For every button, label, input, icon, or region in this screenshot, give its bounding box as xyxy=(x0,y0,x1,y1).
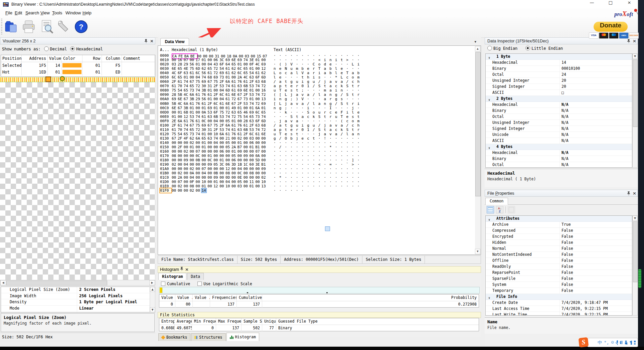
hex-bytes[interactable]: 2F617467756967752F6A6176612F6368 xyxy=(172,79,267,84)
hex-byte[interactable]: 00 xyxy=(244,62,250,66)
hex-byte[interactable]: 00 xyxy=(261,141,267,145)
hex-row[interactable]: 00A0696E673B295601000461726773010013ing;… xyxy=(158,97,481,101)
hex-byte[interactable]: 01 xyxy=(207,154,213,158)
hex-bytes[interactable]: 2E6A6176610C00040005010028636F6D xyxy=(172,119,267,123)
hex-address[interactable]: 0120 xyxy=(160,132,171,136)
hex-byte[interactable]: 61 xyxy=(231,84,237,88)
hex-byte[interactable]: 00 xyxy=(172,171,178,175)
hex-byte[interactable]: 0A xyxy=(201,110,207,115)
hex-byte[interactable]: 05 xyxy=(213,162,219,167)
hex-row[interactable]: 01F0000000020014······ xyxy=(158,188,481,193)
hex-byte[interactable]: 0C xyxy=(201,119,207,123)
checkbox-cumulative[interactable]: Cumulative xyxy=(161,282,190,286)
hex-byte[interactable]: 00 xyxy=(261,149,267,154)
hex-byte[interactable]: 61 xyxy=(231,79,237,84)
hex-address[interactable]: 01B0 xyxy=(160,171,171,175)
hex-byte[interactable]: 00 xyxy=(255,175,261,180)
hex-byte[interactable]: 00 xyxy=(219,119,225,123)
hex-byte[interactable]: 3E xyxy=(255,162,261,167)
hex-byte[interactable]: 67 xyxy=(207,123,213,128)
hex-byte[interactable]: 4C xyxy=(244,75,250,79)
hex-byte[interactable]: 65 xyxy=(207,66,213,71)
hex-row[interactable]: 00F02E6A6176610C00040005010028636F6D.jav… xyxy=(158,119,481,123)
hex-byte[interactable]: 02 xyxy=(184,149,190,154)
hex-byte[interactable]: 01 xyxy=(231,149,237,154)
hex-byte[interactable]: 3B xyxy=(201,88,207,93)
ascii-text[interactable]: ···StackStruTest xyxy=(274,115,363,119)
hex-byte[interactable]: 01 xyxy=(190,145,196,149)
hex-byte[interactable]: 73 xyxy=(244,97,250,101)
hex-byte[interactable]: 4C xyxy=(178,102,184,106)
scroll-up-icon[interactable]: ▲ xyxy=(475,46,480,51)
hex-byte[interactable]: 00 xyxy=(237,119,244,123)
menu-tools[interactable]: Tools xyxy=(51,10,63,16)
hex-byte[interactable]: 00 xyxy=(231,184,237,188)
hex-byte[interactable]: 54 xyxy=(219,66,225,71)
chevron-down-icon[interactable]: ▼ xyxy=(475,40,476,43)
hex-byte[interactable]: 72 xyxy=(231,115,237,119)
hex-byte[interactable]: 72 xyxy=(231,97,237,101)
hex-byte[interactable]: 61 xyxy=(231,88,237,93)
hex-byte[interactable]: 69 xyxy=(207,106,213,110)
hex-row[interactable]: 01002F617467756967752F6A6176612F6368/atg… xyxy=(158,123,481,128)
hex-byte[interactable]: 04 xyxy=(237,167,244,171)
hex-byte[interactable]: 01 xyxy=(184,75,190,79)
hex-row[interactable]: 019002000400000009053C063D1B1C603EB1····… xyxy=(158,162,481,167)
hex-row[interactable]: 01A000000002000700000012000400000009····… xyxy=(158,167,481,171)
hex-byte[interactable]: 0E xyxy=(237,175,244,180)
hex-byte[interactable]: 06 xyxy=(250,141,256,145)
hex-byte[interactable]: 00 xyxy=(196,145,202,149)
hex-bytes[interactable]: 285B4C6A6176612F6C616E672F537472 xyxy=(172,93,267,97)
hex-address[interactable]: 0150 xyxy=(160,145,171,149)
hex-byte[interactable]: 56 xyxy=(190,62,196,66)
hex-byte[interactable]: 63 xyxy=(207,136,213,141)
hex-byte[interactable]: 69 xyxy=(201,79,207,84)
grid-row[interactable]: NotContentIndexedFalse xyxy=(486,252,632,258)
grid-row[interactable]: SystemFalse xyxy=(486,282,632,288)
hex-row[interactable]: 01D00007000F001000010004000500110010····… xyxy=(158,180,481,184)
hex-byte[interactable]: 67 xyxy=(190,79,196,84)
hex-byte[interactable]: 61 xyxy=(231,123,237,128)
hex-byte[interactable]: 01 xyxy=(225,75,231,79)
hex-byte[interactable]: 69 xyxy=(261,62,267,66)
hex-byte[interactable]: 09 xyxy=(207,162,213,167)
bottom-tab-structures[interactable]: Structures xyxy=(191,333,225,341)
hex-byte[interactable]: 49 xyxy=(231,106,237,110)
hex-byte[interactable]: 3C xyxy=(219,162,225,167)
hex-row[interactable]: 00306E654E756D6265725461626C65010012neNu… xyxy=(158,66,481,71)
maximize-button[interactable]: □ xyxy=(601,0,620,9)
grid-row[interactable]: BinaryN/A xyxy=(486,108,632,114)
visualizer-hscrollbar[interactable]: ◀ ▶ xyxy=(0,280,155,286)
hex-byte[interactable]: 00 xyxy=(219,184,225,188)
hex-byte[interactable]: 53 xyxy=(244,102,250,106)
hex-bytes[interactable]: 75546573743B0100046D61696E010016 xyxy=(172,88,267,93)
show-numbers-decimal[interactable]: Decimal xyxy=(44,46,67,51)
hex-address[interactable]: 0030 xyxy=(160,66,171,71)
hex-bytes[interactable]: 617074657230312F537461636B537472 xyxy=(172,128,267,132)
hex-byte[interactable]: 65 xyxy=(244,71,250,75)
hex-byte[interactable]: 74 xyxy=(201,75,207,79)
hex-byte[interactable]: 0B xyxy=(196,158,202,162)
hex-byte[interactable]: 16 xyxy=(178,58,184,62)
hex-byte[interactable]: 00 xyxy=(178,141,184,145)
hex-row[interactable]: 008075546573743B0100046D61696E010016uTes… xyxy=(158,88,481,93)
hex-address[interactable]: 0160 xyxy=(160,149,171,154)
hex-address[interactable]: 01C0 xyxy=(160,175,171,180)
hex-byte[interactable]: 04 xyxy=(213,141,219,145)
grid-row[interactable]: ASCII□ xyxy=(486,90,632,96)
hex-row[interactable]: 014000000002000100040005000100060000····… xyxy=(158,141,481,145)
hex-address[interactable]: 0100 xyxy=(160,123,171,128)
hex-byte[interactable]: 6C xyxy=(237,71,244,75)
scroll-thumb[interactable] xyxy=(6,281,107,286)
hex-byte[interactable]: 65 xyxy=(201,136,207,141)
hex-byte[interactable]: 63 xyxy=(250,119,256,123)
ascii-text[interactable]: apter01/StackStr xyxy=(274,128,363,132)
hex-byte[interactable]: 09 xyxy=(244,154,250,158)
hex-byte[interactable]: 09 xyxy=(261,167,267,171)
hex-byte[interactable]: 00 xyxy=(184,184,190,188)
grid-row[interactable]: ReparsePointFalse xyxy=(486,270,632,276)
ascii-text[interactable]: ······ xyxy=(274,188,307,193)
hex-byte[interactable]: 61 xyxy=(190,71,196,75)
hex-byte[interactable]: 01 xyxy=(237,62,244,66)
hex-byte[interactable]: 65 xyxy=(244,66,250,71)
